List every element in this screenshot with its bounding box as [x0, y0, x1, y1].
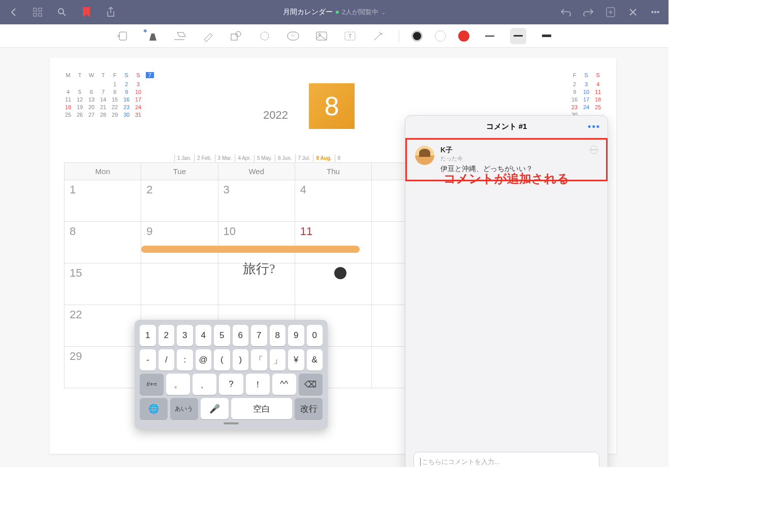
key-9[interactable]: 9: [288, 325, 304, 346]
comment-entry-more-icon[interactable]: ⋯: [590, 146, 598, 154]
key-#+=[interactable]: #+=: [140, 374, 164, 395]
key-8[interactable]: 8: [270, 325, 286, 346]
calendar-cell[interactable]: [141, 263, 218, 305]
highlighter-tool[interactable]: [200, 28, 216, 44]
back-button[interactable]: [6, 5, 20, 19]
stroke-thick[interactable]: [538, 28, 555, 44]
svg-rect-0: [34, 8, 37, 11]
calendar-cell[interactable]: 15: [64, 263, 141, 305]
comment-marker-icon[interactable]: [334, 267, 346, 279]
calendar-cell[interactable]: 4: [295, 180, 372, 222]
calendar-cell[interactable]: 22: [64, 305, 141, 347]
key-改行[interactable]: 改行: [295, 398, 323, 419]
stroke-medium[interactable]: [510, 28, 526, 44]
key-1[interactable]: 1: [140, 325, 156, 346]
key-、[interactable]: 、: [193, 374, 216, 395]
more-icon[interactable]: •••: [648, 5, 662, 19]
svg-point-12: [319, 34, 321, 36]
grid-icon[interactable]: [30, 5, 45, 19]
stroke-thin[interactable]: [482, 28, 498, 44]
text-tool[interactable]: T: [342, 28, 358, 44]
add-page-icon[interactable]: [604, 5, 618, 19]
key-@[interactable]: @: [196, 349, 212, 371]
comment-input[interactable]: こちらにコメントを入力...: [414, 452, 599, 467]
calendar-cell[interactable]: 10: [218, 222, 295, 263]
key-。[interactable]: 。: [166, 374, 190, 395]
color-red[interactable]: [458, 30, 469, 42]
svg-rect-6: [119, 32, 126, 40]
calendar-cell[interactable]: 1: [64, 180, 141, 222]
key-([interactable]: (: [214, 349, 230, 371]
key-?[interactable]: ?: [219, 374, 243, 395]
key-」[interactable]: 」: [270, 349, 286, 371]
svg-rect-1: [39, 8, 42, 11]
search-icon[interactable]: [55, 5, 69, 19]
sticker-tool[interactable]: [285, 28, 301, 44]
day-header: Tue: [141, 162, 218, 180]
page-title[interactable]: 月間カレンダー 2人が閲覧中 ⌄: [283, 8, 386, 17]
key-2[interactable]: 2: [158, 325, 175, 346]
eraser-tool[interactable]: [171, 28, 187, 44]
readonly-tool[interactable]: [114, 28, 131, 44]
keyboard-handle[interactable]: [224, 422, 239, 424]
key-「[interactable]: 「: [251, 349, 267, 371]
comment-title: コメント #1: [486, 122, 527, 131]
key-3[interactable]: 3: [177, 325, 193, 346]
pen-tool[interactable]: ✱: [143, 28, 159, 44]
undo-icon[interactable]: [559, 5, 573, 19]
shape-tool[interactable]: [228, 28, 244, 44]
key-5[interactable]: 5: [214, 325, 230, 346]
key-⌫[interactable]: ⌫: [299, 374, 323, 395]
close-icon[interactable]: [626, 5, 640, 19]
comment-panel: コメント #1 ••• K子 たった今 伊豆と沖縄、どっちがいい？ ⋯ コメント…: [405, 115, 608, 467]
lasso-tool[interactable]: [257, 28, 273, 44]
text-cursor: [420, 458, 421, 466]
key-4[interactable]: 4: [196, 325, 212, 346]
key-🌐[interactable]: 🌐: [140, 398, 168, 419]
title-text: 月間カレンダー: [283, 8, 333, 17]
key-:[interactable]: :: [177, 349, 193, 371]
calendar-cell[interactable]: 2: [141, 180, 218, 222]
key-あいう[interactable]: あいう: [170, 398, 198, 419]
comment-more-icon[interactable]: •••: [588, 121, 600, 132]
mini-calendar-right: FSS 234 91011 161718 232425 30: [570, 72, 602, 119]
comment-time: たった今: [440, 155, 584, 162]
annotation-label: コメントが追加される: [412, 171, 600, 187]
svg-rect-7: [231, 34, 237, 40]
key-空白[interactable]: 空白: [231, 398, 293, 419]
color-black[interactable]: [411, 30, 423, 42]
key-0[interactable]: 0: [307, 325, 323, 346]
share-icon[interactable]: [104, 5, 118, 19]
magic-tool[interactable]: [370, 28, 387, 44]
calendar-cell[interactable]: [295, 263, 372, 305]
svg-rect-2: [34, 13, 37, 16]
key--[interactable]: -: [140, 349, 156, 371]
image-tool[interactable]: [313, 28, 330, 44]
color-white[interactable]: [435, 30, 446, 42]
key-&[interactable]: &: [307, 349, 323, 371]
key-！[interactable]: ！: [246, 374, 270, 395]
calendar-cell[interactable]: 9: [141, 222, 218, 263]
calendar-cell[interactable]: 8: [64, 222, 141, 263]
month-badge: 8: [309, 83, 355, 129]
bookmark-icon[interactable]: [79, 5, 93, 19]
key-)[interactable]: ): [233, 349, 249, 371]
redo-icon[interactable]: [581, 5, 595, 19]
key-¥[interactable]: ¥: [288, 349, 304, 371]
handwriting-note: 旅行?: [243, 260, 275, 278]
year-label: 2022: [263, 109, 288, 122]
key-/[interactable]: /: [158, 349, 175, 371]
key-🎤[interactable]: 🎤: [201, 398, 229, 419]
day-header: Thu: [295, 162, 372, 180]
chevron-down-icon: ⌄: [382, 10, 386, 15]
key-7[interactable]: 7: [251, 325, 267, 346]
top-bar: 月間カレンダー 2人が閲覧中 ⌄ •••: [0, 0, 669, 24]
key-6[interactable]: 6: [233, 325, 249, 346]
key-^^[interactable]: ^^: [272, 374, 296, 395]
calendar-cell[interactable]: 11: [295, 222, 372, 263]
tool-bar: ✱ T: [0, 24, 669, 48]
svg-point-4: [58, 9, 64, 14]
calendar-cell[interactable]: 29: [64, 347, 141, 388]
calendar-cell[interactable]: 3: [218, 180, 295, 222]
canvas[interactable]: MTWTFSS7 123 45678910 11121314151617 181…: [0, 48, 669, 467]
